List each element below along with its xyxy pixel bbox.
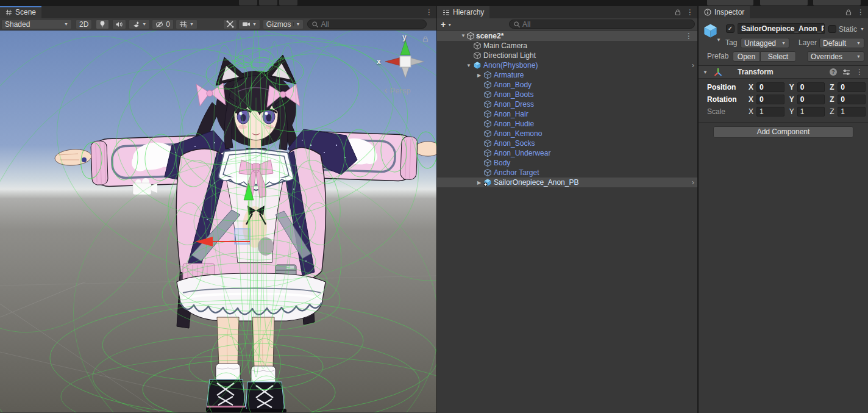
tab-inspector[interactable]: Inspector <box>699 6 750 18</box>
toolbar-stub-dropdown[interactable] <box>813 0 861 5</box>
scene-grid-icon <box>5 9 12 16</box>
hierarchy-item-label: Anon_Underwear <box>494 149 550 157</box>
hierarchy-item-main-camera[interactable]: Main Camera <box>437 41 697 51</box>
position-z-input[interactable]: 0 <box>838 82 866 92</box>
cube-outline-icon <box>483 100 492 109</box>
scene-viewport[interactable]: y x ‹ Persp <box>0 31 436 412</box>
foldout-collapsed[interactable]: ▶ <box>475 73 483 78</box>
hierarchy-item-armature[interactable]: ▶Armature <box>437 70 697 80</box>
hierarchy-panel-menu-icon[interactable]: ⋮ <box>686 9 694 16</box>
scene-camera-dropdown[interactable]: ▼ <box>238 20 260 29</box>
open-label: Open <box>738 52 755 61</box>
cube-filled-icon <box>473 61 482 70</box>
projection-label: Persp <box>390 86 411 95</box>
hierarchy-item-anon-hudie[interactable]: Anon_Hudie <box>437 119 697 129</box>
presets-icon[interactable] <box>842 69 850 76</box>
hierarchy-item-anon-body[interactable]: Anon_Body <box>437 80 697 90</box>
scene-effects-dropdown[interactable]: ▼ <box>129 20 150 29</box>
help-icon[interactable]: ? <box>830 68 837 76</box>
transform-fields: Position X 0 Y 0 Z 0 Rotation X 0 Y 0 Z … <box>699 80 866 118</box>
position-y-input[interactable]: 0 <box>797 82 825 92</box>
component-menu-icon[interactable]: ⋮ <box>856 68 863 76</box>
scene-audio-toggle[interactable] <box>112 20 126 29</box>
lock-icon[interactable] <box>674 9 681 16</box>
toggle-2d-button[interactable]: 2D <box>76 20 92 29</box>
active-checkbox[interactable]: ✓ <box>726 24 735 33</box>
inspector-panel-menu-icon[interactable]: ⋮ <box>857 9 864 16</box>
toolbar-stub-button[interactable] <box>259 0 277 5</box>
chevron-down-icon: ▼ <box>64 22 68 26</box>
scene-row-menu-icon[interactable]: ⋮ <box>685 32 692 40</box>
hierarchy-item-anon-physbone-[interactable]: ▼Anon(Physbone)› <box>437 60 697 70</box>
foldout-expanded[interactable]: ▼ <box>701 70 710 75</box>
scene-grid-dropdown[interactable]: Y ▼ <box>176 20 197 29</box>
hierarchy-search-input[interactable]: All <box>509 20 695 29</box>
rotation-x-input[interactable]: 0 <box>756 95 784 104</box>
position-x-input[interactable]: 0 <box>756 82 784 92</box>
scale-y-input[interactable]: 1 <box>797 107 825 117</box>
projection-mode[interactable]: ‹ Persp <box>384 86 411 95</box>
draw-mode-dropdown[interactable]: Shaded ▼ <box>1 20 72 29</box>
hierarchy-item-body[interactable]: Body <box>437 158 697 168</box>
hierarchy-item-anon-kemono[interactable]: Anon_Kemono <box>437 129 697 138</box>
tab-hierarchy[interactable]: Hierarchy <box>437 6 489 18</box>
toolbar-stub-dropdown[interactable] <box>707 0 753 5</box>
tab-scene[interactable]: Scene <box>0 6 41 18</box>
foldout-expanded[interactable]: ▼ <box>464 63 473 68</box>
scale-x-input[interactable]: 1 <box>756 107 784 117</box>
layer-dropdown[interactable]: Default ▼ <box>819 38 864 48</box>
scene-root-row[interactable]: ▼ scene2* ⋮ <box>437 31 697 41</box>
static-checkbox[interactable] <box>828 25 836 33</box>
hierarchy-list-icon <box>443 9 450 16</box>
create-object-button[interactable]: + ▼ <box>441 20 452 29</box>
scene-tools-button[interactable] <box>223 20 237 29</box>
scene-visibility-toggle[interactable]: 0 <box>152 20 174 29</box>
hierarchy-item-label: Main Camera <box>483 41 527 50</box>
prefab-select-button[interactable]: Select <box>760 51 796 62</box>
audio-speaker-icon <box>115 21 123 28</box>
chevron-right-icon[interactable]: › <box>692 60 694 70</box>
scene-lighting-toggle[interactable] <box>96 20 109 29</box>
hierarchy-item-sailoronepiece-anon-pb[interactable]: ▶SailorOnepiece_Anon_PB› <box>437 178 697 187</box>
grid-axis-label: Y <box>185 24 188 29</box>
tag-dropdown[interactable]: Untagged ▼ <box>741 38 789 48</box>
gizmos-dropdown[interactable]: Gizmos ▼ <box>263 20 304 29</box>
add-component-button[interactable]: Add Component <box>713 126 853 138</box>
prefab-open-button[interactable]: Open <box>733 51 760 62</box>
toolbar-stub-button[interactable] <box>239 0 257 5</box>
scene-panel-menu-icon[interactable]: ⋮ <box>425 9 433 16</box>
hierarchy-item-anon-socks[interactable]: Anon_Socks <box>437 138 697 148</box>
layer-value: Default <box>823 39 846 48</box>
hierarchy-item-label: Anon_Hudie <box>494 120 534 128</box>
scale-z-input[interactable]: 1 <box>838 107 866 117</box>
foldout-collapsed[interactable]: ▶ <box>475 180 483 185</box>
gameobject-name-input[interactable]: SailorOnepiece_Anon_PB <box>738 23 825 34</box>
hierarchy-item-anon-boots[interactable]: Anon_Boots <box>437 90 697 99</box>
hierarchy-item-anon-hair[interactable]: Anon_Hair <box>437 109 697 119</box>
hierarchy-tree: Main CameraDirectional Light▼Anon(Physbo… <box>437 41 697 187</box>
static-dropdown-icon[interactable]: ▼ <box>860 27 864 31</box>
hierarchy-item-anon-underwear[interactable]: Anon_Underwear <box>437 148 697 158</box>
gizmos-label: Gizmos <box>266 20 291 29</box>
transform-component-header[interactable]: ▼ Transform ? ⋮ <box>699 66 868 79</box>
hierarchy-item-anchor-target[interactable]: Anchor Target <box>437 168 697 178</box>
scene-search-input[interactable]: All <box>307 20 427 29</box>
cube-outline-icon <box>483 120 492 128</box>
hierarchy-item-directional-light[interactable]: Directional Light <box>437 51 697 60</box>
chevron-right-icon[interactable]: › <box>692 178 694 187</box>
check-icon: ✓ <box>728 25 733 32</box>
toolbar-stub-button[interactable] <box>279 0 297 5</box>
x-axis-label: X <box>749 107 754 116</box>
lock-icon[interactable] <box>845 9 852 16</box>
hierarchy-item-anon-dress[interactable]: Anon_Dress <box>437 99 697 109</box>
rotation-z-input[interactable]: 0 <box>838 95 866 104</box>
eye-hidden-icon <box>155 21 164 28</box>
hierarchy-item-label: Anon_Boots <box>494 90 533 99</box>
toolbar-stub-dropdown[interactable] <box>760 0 808 5</box>
prefab-overrides-dropdown[interactable]: Overrides ▼ <box>807 51 864 62</box>
chevron-down-icon: ▼ <box>856 54 861 59</box>
hierarchy-item-label: Directional Light <box>483 51 536 60</box>
rotation-y-input[interactable]: 0 <box>797 95 825 104</box>
gizmo-lock-icon[interactable] <box>422 35 429 43</box>
inspector-panel: Inspector ⋮ ▼ ✓ SailorOnepiece_Anon_PB S… <box>699 6 868 413</box>
